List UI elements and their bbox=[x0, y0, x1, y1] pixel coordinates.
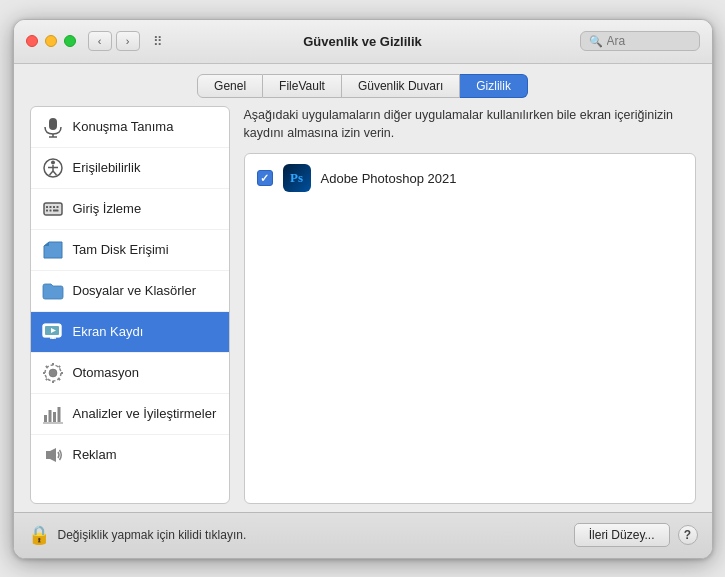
svg-rect-9 bbox=[44, 203, 62, 215]
tab-gizlilik[interactable]: Gizlilik bbox=[460, 74, 528, 98]
help-button[interactable]: ? bbox=[678, 525, 698, 545]
photoshop-icon: Ps bbox=[283, 164, 311, 192]
tab-guvenlık-duvari[interactable]: Güvenlik Duvarı bbox=[342, 74, 460, 98]
konusma-tanima-icon bbox=[41, 115, 65, 139]
description-text: Aşağıdaki uygulamaların diğer uygulamala… bbox=[244, 106, 696, 144]
back-button[interactable]: ‹ bbox=[88, 31, 112, 51]
svg-rect-12 bbox=[53, 206, 55, 208]
svg-rect-11 bbox=[49, 206, 51, 208]
sidebar-label-dosyalar-ve-klasorler: Dosyalar ve Klasörler bbox=[73, 283, 197, 298]
sidebar-item-analizler-ve-iyilestirmeler[interactable]: Analizler ve İyileştirmeler bbox=[31, 394, 229, 435]
app-list-box: Ps Adobe Photoshop 2021 bbox=[244, 153, 696, 504]
search-bar[interactable]: 🔍 bbox=[580, 31, 700, 51]
analizler-icon bbox=[41, 402, 65, 426]
svg-rect-15 bbox=[49, 209, 51, 211]
svg-rect-0 bbox=[49, 118, 57, 130]
search-icon: 🔍 bbox=[589, 35, 603, 48]
tab-bar: Genel FileVault Güvenlik Duvarı Gizlilik bbox=[14, 64, 712, 106]
right-panel: Aşağıdaki uygulamaların diğer uygulamala… bbox=[244, 106, 696, 504]
sidebar-item-ekran-kaydi[interactable]: Ekran Kaydı bbox=[31, 312, 229, 353]
app-grid-button[interactable]: ⠿ bbox=[146, 31, 170, 51]
sidebar-item-tam-disk-erisimi[interactable]: Tam Disk Erişimi bbox=[31, 230, 229, 271]
svg-line-7 bbox=[49, 171, 53, 175]
sidebar-label-otomasyon: Otomasyon bbox=[73, 365, 139, 380]
minimize-button[interactable] bbox=[45, 35, 57, 47]
title-bar: ‹ › ⠿ Güvenlik ve Gizlilik 🔍 bbox=[14, 20, 712, 64]
traffic-lights bbox=[26, 35, 76, 47]
sidebar-item-dosyalar-ve-klasorler[interactable]: Dosyalar ve Klasörler bbox=[31, 271, 229, 312]
sidebar-item-otomasyon[interactable]: Otomasyon bbox=[31, 353, 229, 394]
sidebar-label-konusma-tanima: Konuşma Tanıma bbox=[73, 119, 174, 134]
forward-button[interactable]: › bbox=[116, 31, 140, 51]
sidebar-label-erisilebilirlik: Erişilebilirlik bbox=[73, 160, 141, 175]
dosyalar-ve-klasorler-icon bbox=[41, 279, 65, 303]
navigation-buttons: ‹ › bbox=[88, 31, 140, 51]
svg-rect-16 bbox=[53, 209, 59, 211]
sidebar-item-erisilebilirlik[interactable]: Erişilebilirlik bbox=[31, 148, 229, 189]
sidebar-item-reklam[interactable]: Reklam bbox=[31, 435, 229, 475]
svg-rect-10 bbox=[46, 206, 48, 208]
sidebar: Konuşma Tanıma Erişilebilirlik bbox=[30, 106, 230, 504]
giris-izleme-icon bbox=[41, 197, 65, 221]
sidebar-label-ekran-kaydi: Ekran Kaydı bbox=[73, 324, 144, 339]
app-checkbox-photoshop[interactable] bbox=[257, 170, 273, 186]
bottom-bar: 🔒 Değişiklik yapmak için kilidi tıklayın… bbox=[14, 512, 712, 558]
tam-disk-erisimi-icon bbox=[41, 238, 65, 262]
close-button[interactable] bbox=[26, 35, 38, 47]
svg-point-4 bbox=[51, 160, 55, 164]
sidebar-label-giris-izleme: Giriş İzleme bbox=[73, 201, 142, 216]
erisilebilirlik-icon bbox=[41, 156, 65, 180]
sidebar-label-analizler: Analizler ve İyileştirmeler bbox=[73, 406, 217, 421]
search-input[interactable] bbox=[607, 34, 687, 48]
maximize-button[interactable] bbox=[64, 35, 76, 47]
sidebar-item-konusma-tanima[interactable]: Konuşma Tanıma bbox=[31, 107, 229, 148]
svg-rect-14 bbox=[46, 209, 48, 211]
main-content: Konuşma Tanıma Erişilebilirlik bbox=[14, 106, 712, 512]
system-preferences-window: ‹ › ⠿ Güvenlik ve Gizlilik 🔍 Genel FileV… bbox=[13, 19, 713, 559]
svg-rect-27 bbox=[53, 412, 56, 422]
tab-genel[interactable]: Genel bbox=[197, 74, 263, 98]
app-name-photoshop: Adobe Photoshop 2021 bbox=[321, 171, 457, 186]
svg-rect-25 bbox=[44, 415, 47, 422]
reklam-icon bbox=[41, 443, 65, 467]
lock-icon: 🔒 bbox=[28, 524, 50, 546]
svg-rect-28 bbox=[57, 407, 60, 422]
lock-text: Değişiklik yapmak için kilidi tıklayın. bbox=[58, 528, 247, 542]
svg-line-8 bbox=[53, 171, 57, 175]
otomasyon-icon bbox=[41, 361, 65, 385]
advanced-button[interactable]: İleri Düzey... bbox=[574, 523, 670, 547]
ekran-kaydi-icon bbox=[41, 320, 65, 344]
sidebar-item-giris-izleme[interactable]: Giriş İzleme bbox=[31, 189, 229, 230]
lock-area: 🔒 Değişiklik yapmak için kilidi tıklayın… bbox=[28, 524, 247, 546]
svg-rect-13 bbox=[56, 206, 58, 208]
bottom-buttons: İleri Düzey... ? bbox=[574, 523, 698, 547]
svg-point-23 bbox=[49, 369, 57, 377]
sidebar-label-tam-disk-erisimi: Tam Disk Erişimi bbox=[73, 242, 169, 257]
tab-filevault[interactable]: FileVault bbox=[263, 74, 342, 98]
window-title: Güvenlik ve Gizlilik bbox=[303, 34, 422, 49]
list-item: Ps Adobe Photoshop 2021 bbox=[245, 154, 695, 202]
svg-rect-26 bbox=[48, 410, 51, 422]
sidebar-label-reklam: Reklam bbox=[73, 447, 117, 462]
